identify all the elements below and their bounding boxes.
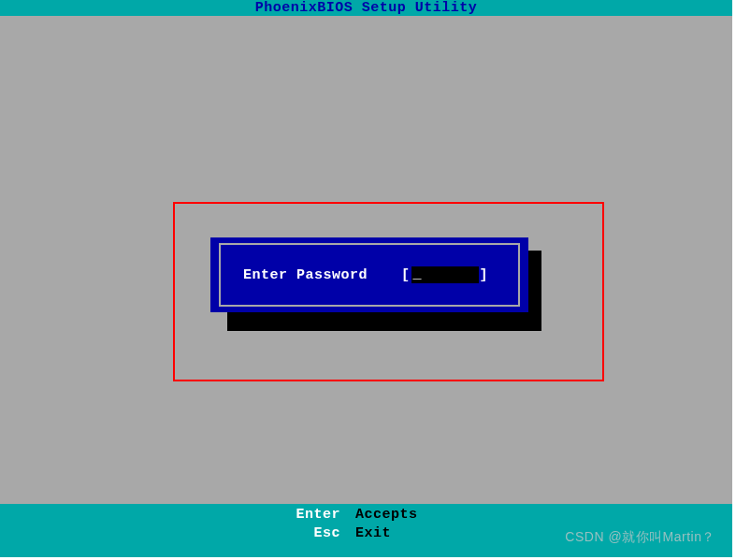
bracket-close: ]: [480, 267, 489, 283]
password-field-wrap: [ _ ]: [401, 266, 488, 283]
dialog-inner: Enter Password [ _ ]: [219, 243, 520, 307]
watermark-text: CSDN @就你叫Martin？: [565, 529, 715, 546]
key-enter: Enter: [0, 506, 355, 524]
action-exit: Exit: [355, 524, 391, 543]
key-esc: Esc: [0, 524, 355, 543]
password-input[interactable]: _: [411, 266, 479, 283]
bios-screen: PhoenixBIOS Setup Utility Enter Password…: [0, 0, 732, 557]
title-bar: PhoenixBIOS Setup Utility: [0, 0, 732, 16]
password-dialog: Enter Password [ _ ]: [210, 237, 528, 312]
app-title: PhoenixBIOS Setup Utility: [255, 0, 478, 16]
bracket-open: [: [401, 267, 411, 283]
footer-row-enter: Enter Accepts: [0, 506, 732, 524]
password-label: Enter Password: [243, 267, 368, 283]
footer-help-bar: Enter Accepts Esc Exit CSDN @就你叫Martin？: [0, 504, 732, 557]
action-accepts: Accepts: [355, 506, 418, 524]
